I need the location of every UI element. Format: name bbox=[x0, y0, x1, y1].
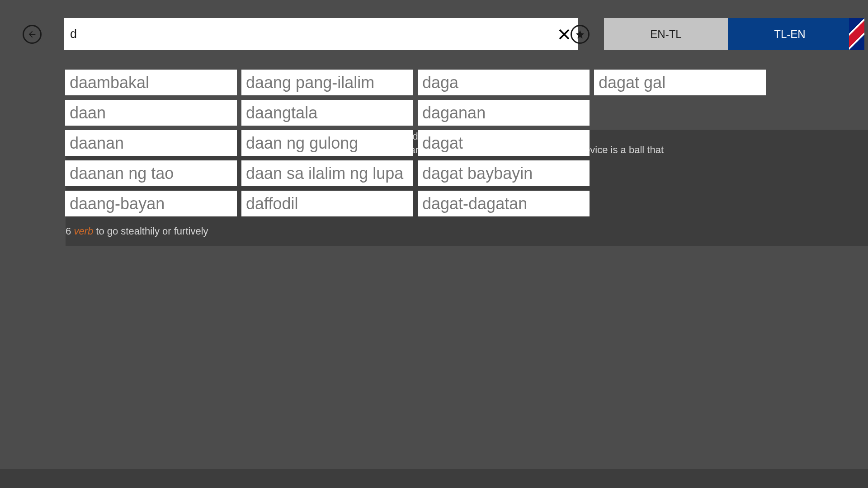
tab-en-tl[interactable]: EN-TL bbox=[604, 18, 728, 50]
suggestion-item[interactable]: daanan ng tao bbox=[65, 160, 237, 186]
suggestion-item[interactable]: daang pang-ilalim bbox=[241, 70, 413, 95]
definition-text: to go stealthily or furtively bbox=[96, 225, 208, 237]
suggestion-item[interactable]: daan sa ilalim ng lupa bbox=[241, 160, 413, 186]
suggestion-item[interactable]: dagat gal bbox=[594, 70, 766, 95]
favorite-button[interactable] bbox=[571, 25, 590, 44]
suggestion-item[interactable]: daffodil bbox=[241, 191, 413, 216]
definition-line: 6 verb to go stealthily or furtively bbox=[66, 225, 858, 238]
definition-number: 6 bbox=[66, 225, 71, 237]
part-of-speech: verb bbox=[74, 225, 93, 237]
star-icon bbox=[575, 29, 585, 39]
suggestion-grid: daambakal daang pang-ilalim daga dagat g… bbox=[65, 70, 766, 216]
suggestion-item[interactable]: daan ng gulong bbox=[241, 130, 413, 156]
suggestion-item[interactable]: daganan bbox=[418, 100, 590, 126]
language-tabs: EN-TL TL-EN bbox=[604, 18, 852, 50]
suggestion-item[interactable]: daga bbox=[418, 70, 590, 95]
search-box bbox=[64, 18, 578, 50]
flag-icon bbox=[849, 18, 864, 50]
tab-tl-en[interactable]: TL-EN bbox=[728, 18, 852, 50]
suggestion-item[interactable]: daang-bayan bbox=[65, 191, 237, 216]
suggestion-item[interactable]: daambakal bbox=[65, 70, 237, 95]
suggestion-item[interactable]: dagat baybayin bbox=[418, 160, 590, 186]
suggestion-item[interactable]: daangtala bbox=[241, 100, 413, 126]
search-input[interactable] bbox=[64, 18, 551, 50]
back-button[interactable] bbox=[23, 25, 42, 44]
arrow-left-icon bbox=[27, 29, 37, 39]
app-bar[interactable] bbox=[0, 469, 868, 488]
suggestion-item[interactable]: daan bbox=[65, 100, 237, 126]
suggestion-item[interactable]: dagat bbox=[418, 130, 590, 156]
suggestion-item[interactable]: daanan bbox=[65, 130, 237, 156]
close-icon bbox=[557, 28, 571, 41]
suggestion-item[interactable]: dagat-dagatan bbox=[418, 191, 590, 216]
